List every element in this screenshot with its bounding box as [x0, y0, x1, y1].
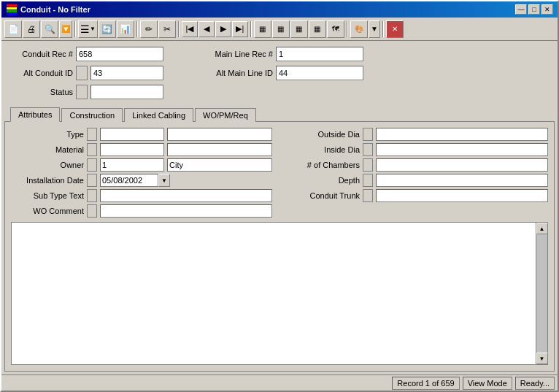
alt-conduit-lock: [76, 66, 88, 80]
sep2: [136, 21, 138, 37]
main-line-rec-input[interactable]: [276, 47, 363, 61]
conduit-trunk-row: Conduit Trunk: [287, 189, 548, 202]
nav-first[interactable]: |◀: [182, 21, 198, 37]
conduit-rec-input[interactable]: [76, 47, 163, 61]
record-status: Record 1 of 659: [392, 377, 459, 390]
owner-code-input[interactable]: [100, 158, 164, 172]
alt-main-line-input[interactable]: [276, 66, 363, 80]
window-title: Conduit - No Filter: [20, 5, 90, 14]
inside-dia-lock: [363, 143, 373, 156]
grid-btn3[interactable]: ▦: [290, 20, 308, 38]
search-button[interactable]: 🔍: [41, 20, 58, 38]
conduit-trunk-label: Conduit Trunk: [287, 191, 360, 200]
depth-input[interactable]: [376, 174, 548, 187]
type-row: Type: [11, 128, 272, 141]
notes-scrollbar: ▲ ▼: [536, 223, 547, 364]
grid-btn1[interactable]: ▦: [254, 20, 271, 38]
alt-main-line-row: Alt Main Line ID: [207, 66, 363, 80]
new-button[interactable]: 📄: [4, 20, 22, 38]
notes-textarea[interactable]: [12, 223, 536, 364]
wo-comment-input[interactable]: [100, 204, 272, 218]
outside-dia-lock: [363, 128, 373, 141]
nav-prev[interactable]: ◀: [198, 21, 215, 37]
depth-label: Depth: [287, 176, 360, 185]
date-dropdown-button[interactable]: ▼: [158, 174, 170, 187]
refresh-button[interactable]: 🔄: [99, 20, 116, 38]
sub-type-input[interactable]: [100, 189, 272, 202]
sep6: [382, 21, 384, 37]
status-input[interactable]: [90, 85, 163, 99]
alt-conduit-id-input[interactable]: [90, 66, 163, 80]
outside-dia-input[interactable]: [376, 128, 548, 141]
owner-lock: [87, 158, 97, 172]
cut-button[interactable]: ✂: [158, 20, 176, 38]
layout-dropdown[interactable]: ☰▼: [78, 20, 98, 38]
material-code-input[interactable]: [100, 143, 164, 156]
tab-construction[interactable]: Construction: [61, 108, 123, 122]
install-date-lock: [87, 174, 97, 187]
title-buttons: — □ ✕: [515, 4, 553, 15]
type-code-input[interactable]: [100, 128, 164, 141]
status-row: Status: [7, 85, 163, 99]
material-row: Material: [11, 143, 272, 156]
install-date-row: Installation Date ▼: [11, 174, 272, 187]
minimize-button[interactable]: —: [515, 4, 527, 15]
title-bar-left: Conduit - No Filter: [6, 4, 90, 15]
print-button[interactable]: 🖨: [23, 20, 40, 38]
outside-dia-row: Outside Dia: [287, 128, 548, 141]
close-button[interactable]: ✕: [541, 4, 553, 15]
wo-comment-lock: [87, 204, 97, 218]
sub-type-lock: [87, 189, 97, 202]
sub-type-row: Sub Type Text: [11, 189, 272, 202]
main-line-rec-label: Main Line Rec #: [207, 50, 273, 58]
sep4: [250, 21, 252, 37]
type-text-input[interactable]: [167, 128, 272, 141]
tab-container: Attributes Construction Linked Cabling W…: [4, 107, 555, 372]
app-icon: [6, 4, 18, 15]
view-mode-status: View Mode: [463, 377, 512, 390]
conduit-rec-row: Conduit Rec #: [7, 47, 163, 61]
alt-conduit-id-label: Alt Conduit ID: [7, 69, 73, 77]
material-label: Material: [11, 145, 84, 154]
main-window: Conduit - No Filter — □ ✕ 📄 🖨 🔍 🔽 ☰▼ 🔄 📊…: [0, 0, 559, 392]
inside-dia-input[interactable]: [376, 143, 548, 156]
toolbar: 📄 🖨 🔍 🔽 ☰▼ 🔄 📊 ✏ ✂ |◀ ◀ ▶ ▶| ▦ ▦ ▦ ▦ 🗺 🎨…: [1, 18, 558, 41]
grid-btn2[interactable]: ▦: [272, 20, 290, 38]
scroll-up-button[interactable]: ▲: [536, 223, 548, 234]
sep3: [178, 21, 180, 37]
nav-next[interactable]: ▶: [215, 21, 231, 37]
type-lock: [87, 128, 97, 141]
alt-conduit-id-row: Alt Conduit ID: [7, 66, 163, 80]
tab-wo-pm-req[interactable]: WO/PM/Req: [195, 108, 256, 122]
action-dropdown[interactable]: ▼: [369, 20, 380, 38]
export-button[interactable]: 📊: [117, 20, 134, 38]
wo-comment-row: WO Comment: [11, 204, 272, 218]
ready-status: Ready...: [515, 377, 555, 390]
color-btn[interactable]: 🎨: [350, 20, 368, 38]
content-area: Conduit Rec # Alt Conduit ID Status Main: [1, 41, 558, 374]
material-text-input[interactable]: [167, 143, 272, 156]
grid-btn4[interactable]: ▦: [309, 20, 326, 38]
owner-text-input[interactable]: [167, 158, 272, 172]
tab-attributes[interactable]: Attributes: [10, 107, 60, 122]
top-fields: Conduit Rec # Alt Conduit ID Status Main: [4, 44, 555, 104]
map-btn[interactable]: 🗺: [327, 20, 344, 38]
tab-linked-cabling[interactable]: Linked Cabling: [124, 108, 193, 122]
nav-last[interactable]: ▶|: [232, 21, 248, 37]
pencil-button[interactable]: ✏: [140, 20, 158, 38]
install-date-input[interactable]: [100, 174, 158, 187]
chambers-lock: [363, 158, 373, 172]
maximize-button[interactable]: □: [528, 4, 540, 15]
date-field: ▼: [100, 174, 170, 187]
scroll-track: [536, 234, 547, 353]
main-line-rec-row: Main Line Rec #: [207, 47, 363, 61]
conduit-rec-label: Conduit Rec #: [7, 50, 73, 58]
conduit-trunk-input[interactable]: [376, 189, 548, 202]
depth-lock: [363, 174, 373, 187]
inside-dia-label: Inside Dia: [287, 145, 360, 154]
delete-btn[interactable]: ✕: [386, 20, 404, 38]
sep1: [74, 21, 76, 37]
filter-dropdown[interactable]: 🔽: [59, 20, 72, 38]
chambers-input[interactable]: [376, 158, 548, 172]
scroll-down-button[interactable]: ▼: [536, 353, 548, 364]
